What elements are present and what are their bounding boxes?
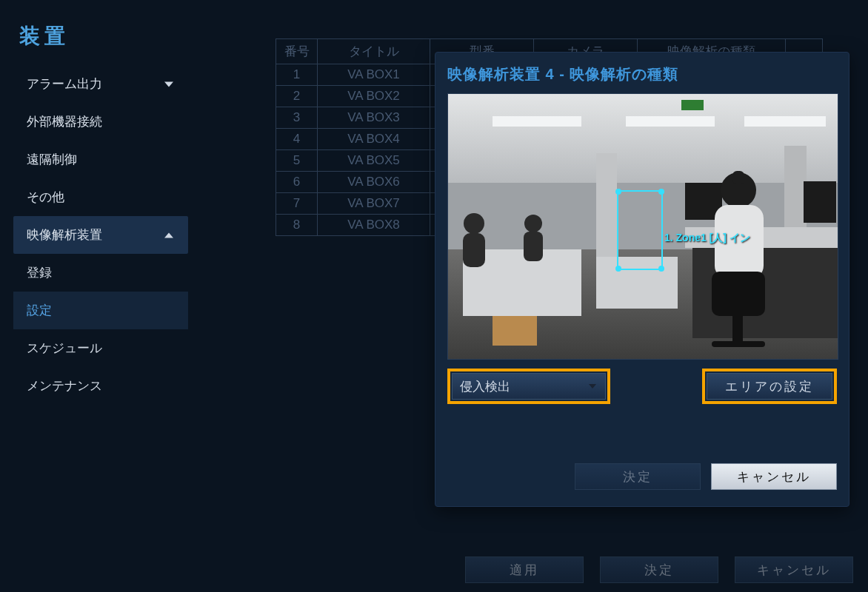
dropdown-highlight: 侵入検出 [447,369,610,404]
sub-item-label: 設定 [27,303,52,317]
sub-item-label: メンテナンス [27,379,102,393]
sidebar-sub-schedule[interactable]: スケジュール [13,329,188,367]
svg-point-18 [524,215,542,232]
sub-item-label: 登録 [27,266,52,280]
detection-zone[interactable] [617,190,663,270]
cell-title: VA BOX8 [318,215,430,236]
button-label: エリアの設定 [725,378,814,395]
sidebar-item-label: その他 [27,190,64,204]
svg-rect-14 [804,181,836,223]
dialog-ok-button[interactable]: 決定 [575,463,701,490]
zone-label: 1. Zone1 [人] イン [664,232,750,245]
cell-title: VA BOX1 [318,64,430,86]
cell-title: VA BOX3 [318,107,430,129]
cell-index: 7 [276,193,318,215]
va-type-dialog: 映像解析装置 4 - 映像解析の種類 [435,52,849,507]
ok-button[interactable]: 決定 [600,556,718,583]
button-label: 適用 [510,562,539,579]
svg-rect-7 [596,153,617,257]
cell-title: VA BOX7 [318,193,430,215]
button-label: キャンセル [757,562,831,579]
sidebar-title: 装置 [13,22,188,50]
sidebar-item-label: 遠隔制御 [27,152,77,166]
sidebar-item-external[interactable]: 外部機器接続 [13,103,188,141]
sidebar-item-label: アラーム出力 [27,77,102,91]
cancel-button[interactable]: キャンセル [735,556,853,583]
sidebar-sub-maintenance[interactable]: メンテナンス [13,367,188,405]
cell-index: 1 [276,64,318,86]
apply-button[interactable]: 適用 [465,556,584,583]
area-button-highlight: エリアの設定 [702,369,837,404]
cell-index: 2 [276,86,318,107]
svg-rect-0 [448,94,838,183]
sidebar-item-label: 映像解析装置 [27,228,102,242]
cell-title: VA BOX5 [318,150,430,172]
cell-index: 5 [276,150,318,172]
zone-handle-br[interactable] [658,266,664,272]
cell-index: 4 [276,129,318,150]
sidebar-item-alarm-output[interactable]: アラーム出力 [13,65,188,103]
analysis-type-dropdown[interactable]: 侵入検出 [452,373,606,400]
page-footer-buttons: 適用 決定 キャンセル [461,556,853,583]
svg-rect-17 [463,233,485,267]
svg-rect-6 [681,100,704,110]
sidebar-va-children: 登録 設定 スケジュール メンテナンス [13,254,188,405]
svg-rect-3 [493,116,581,127]
sidebar-sub-register[interactable]: 登録 [13,254,188,292]
cell-title: VA BOX2 [318,86,430,107]
svg-rect-23 [712,272,765,316]
zone-handle-tr[interactable] [658,189,664,195]
svg-rect-15 [493,316,537,346]
svg-rect-25 [712,341,765,347]
col-index: 番号 [276,39,318,64]
main-area: 番号 タイトル 型番 カメラ 映像解析の種類 1VA BOX12VA BOX23… [201,0,868,592]
camera-preview[interactable]: 1. Zone1 [人] イン [447,93,838,360]
button-label: 決定 [644,562,674,579]
svg-rect-24 [732,316,743,343]
sidebar-sub-settings[interactable]: 設定 [13,292,188,329]
sub-item-label: スケジュール [27,341,102,355]
svg-point-16 [464,213,484,234]
col-title: タイトル [318,39,430,64]
svg-rect-19 [524,232,543,261]
cell-index: 3 [276,107,318,129]
zone-handle-bl[interactable] [615,266,621,272]
svg-rect-4 [626,116,715,127]
svg-rect-5 [744,116,826,127]
button-label: キャンセル [737,468,811,485]
dialog-cancel-button[interactable]: キャンセル [711,463,837,490]
button-label: 決定 [623,468,652,485]
sidebar-item-va[interactable]: 映像解析装置 [13,216,188,254]
dropdown-value: 侵入検出 [460,378,510,395]
sidebar-item-remote[interactable]: 遠隔制御 [13,141,188,178]
sidebar-item-other[interactable]: その他 [13,178,188,216]
svg-rect-22 [732,171,744,184]
dialog-title: 映像解析装置 4 - 映像解析の種類 [447,64,837,84]
zone-handle-tl[interactable] [615,189,621,195]
sidebar: 装置 アラーム出力 外部機器接続 遠隔制御 その他 映像解析装置 登録 設定 ス… [0,0,201,592]
cell-index: 6 [276,172,318,193]
cell-title: VA BOX6 [318,172,430,193]
area-settings-button[interactable]: エリアの設定 [707,373,832,400]
cell-title: VA BOX4 [318,129,430,150]
sidebar-item-label: 外部機器接続 [27,115,102,129]
cell-index: 8 [276,215,318,236]
